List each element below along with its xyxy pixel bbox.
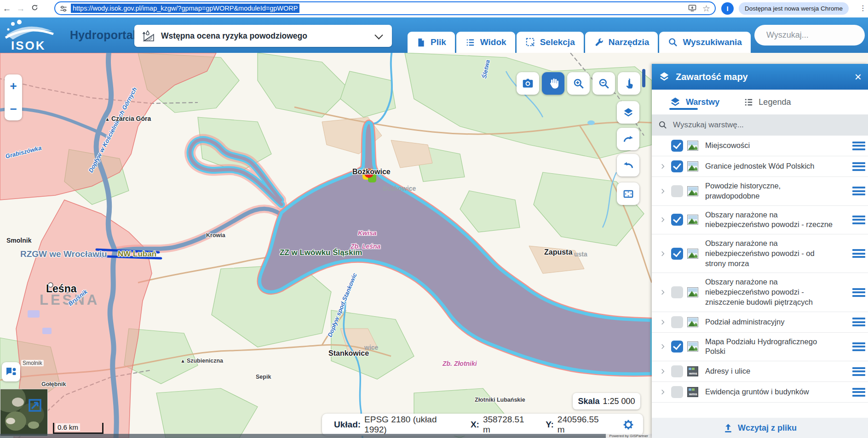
upload-icon — [723, 423, 733, 433]
layer-menu-icon[interactable] — [852, 248, 865, 260]
menu-widok[interactable]: Widok — [456, 32, 515, 53]
bookmark-star-icon[interactable]: ☆ — [702, 3, 710, 14]
chrome-update-pill[interactable]: Dostępna jest nowa wersja Chrome — [739, 2, 849, 15]
wrench-icon — [594, 37, 604, 47]
menu-narzędzia[interactable]: Narzędzia — [585, 32, 658, 53]
expand-chevron-icon[interactable] — [658, 319, 667, 325]
panel-header: Zawartość mapy × — [652, 64, 868, 90]
layers-button[interactable] — [617, 101, 639, 124]
layer-menu-icon[interactable] — [852, 185, 865, 197]
browser-menu-icon[interactable]: ⋮ — [859, 4, 867, 12]
url-text[interactable]: https://wody.isok.gov.pl/imap_kzgw/?gpma… — [71, 4, 299, 13]
layer-label[interactable]: Obszary narażone na niebezpieczeństwo po… — [705, 277, 837, 307]
layer-menu-icon[interactable] — [852, 316, 865, 328]
map-label-zapusta: Zapusta — [544, 248, 572, 256]
expand-chevron-icon[interactable] — [658, 289, 667, 296]
expand-chevron-icon[interactable] — [658, 163, 667, 170]
zoom-out-minus-button[interactable]: − — [10, 103, 17, 115]
tab-warstwy[interactable]: Warstwy — [669, 96, 719, 108]
menu-label: Wyszukiwania — [683, 37, 742, 47]
layer-label[interactable]: Granice jednostek Wód Polskich — [705, 161, 815, 171]
layer-label[interactable]: Podział administracyjny — [705, 317, 784, 327]
forward-icon[interactable]: → — [14, 4, 28, 14]
layer-menu-icon[interactable] — [852, 341, 865, 353]
layer-menu-icon[interactable] — [852, 386, 865, 398]
layer-checkbox[interactable] — [671, 214, 683, 226]
full-extent-button[interactable] — [617, 182, 639, 205]
map-label-kwisa: Kwisa — [358, 229, 376, 237]
layer-checkbox[interactable] — [671, 386, 683, 398]
scalebar-text: 0.6 km — [56, 423, 80, 431]
layer-label[interactable]: Ewidencja gruntów i budynków — [705, 387, 809, 397]
layer-checkbox[interactable] — [671, 286, 683, 298]
layer-search-input[interactable] — [672, 120, 826, 130]
layer-menu-icon[interactable] — [852, 365, 865, 377]
menu-selekcja[interactable]: Selekcja — [517, 32, 584, 53]
redo-button[interactable] — [617, 128, 639, 150]
map-label-nw-lubań: NW Lubań — [118, 250, 156, 259]
zoom-in-plus-button[interactable]: + — [10, 80, 17, 92]
layer-checkbox[interactable] — [671, 365, 683, 377]
layer-search-row — [652, 114, 868, 136]
layer-menu-icon[interactable] — [852, 214, 865, 226]
expand-chevron-icon[interactable] — [658, 216, 667, 223]
map-label-zz-w-lwówku-śląskim: ZZ w Lwówku Śląskim — [280, 248, 362, 257]
layer-checkbox[interactable] — [671, 185, 683, 197]
layer-label[interactable]: Miejscowości — [705, 141, 750, 151]
menu-label: Narzędzia — [609, 37, 650, 47]
coordinates-bar: Układ: EPSG 2180 (układ 1992) X: 358728.… — [322, 414, 643, 436]
pan-button[interactable] — [542, 72, 564, 95]
minimap-expand-icon[interactable] — [28, 398, 42, 412]
map-label-sepik: Sepik — [256, 374, 271, 380]
menu-plik[interactable]: Plik — [408, 32, 455, 53]
layer-checkbox[interactable] — [671, 248, 683, 260]
layer-checkbox[interactable] — [671, 160, 683, 172]
map-composition-select[interactable]: Wstępna ocena ryzyka powodziowego — [134, 25, 392, 47]
close-icon[interactable]: × — [855, 71, 862, 83]
layer-checkbox[interactable] — [671, 140, 683, 152]
layer-label[interactable]: Obszary narażone na niebezpieczeństwo po… — [705, 239, 837, 268]
tab-legenda[interactable]: Legenda — [743, 97, 791, 108]
expand-chevron-icon[interactable] — [658, 389, 667, 395]
panel-scrollbar-thumb[interactable] — [642, 69, 645, 87]
layer-menu-icon[interactable] — [852, 160, 865, 172]
layer-label[interactable]: Obszary narażone na niebezpieczeństwo po… — [705, 210, 837, 230]
overview-minimap[interactable] — [0, 389, 48, 436]
profile-avatar[interactable]: I — [721, 2, 734, 15]
scale-box: Skala 1:25 000 — [573, 393, 640, 410]
expand-chevron-icon[interactable] — [658, 250, 667, 257]
map-label-gołębnik: Gołębnik — [41, 381, 66, 387]
layer-label[interactable]: Adresy i ulice — [705, 366, 750, 376]
map-label-krowia: Krowia — [206, 232, 225, 239]
reload-icon[interactable] — [28, 4, 41, 14]
layer-row-adresy-i-ulice: wmsAdresy i ulice — [652, 361, 868, 382]
url-bar[interactable]: https://wody.isok.gov.pl/imap_kzgw/?gpma… — [54, 1, 716, 15]
screenshot-button[interactable] — [517, 72, 539, 95]
layer-checkbox[interactable] — [671, 316, 683, 328]
layer-checkbox[interactable] — [671, 341, 683, 353]
global-search-input[interactable] — [754, 25, 865, 46]
layer-label[interactable]: Mapa Podziału Hydrograficznego Polski — [705, 337, 837, 357]
basemap-switcher-button[interactable] — [2, 362, 20, 381]
layer-menu-icon[interactable] — [852, 140, 865, 152]
map-label-smolnik: Smolnik — [21, 360, 44, 366]
map-label-smolnik: Smolnik — [6, 237, 31, 244]
identify-button[interactable] — [618, 72, 640, 95]
menu-wyszukiwania[interactable]: Wyszukiwania — [659, 32, 750, 53]
coords-settings-gear-icon[interactable] — [620, 416, 637, 433]
expand-chevron-icon[interactable] — [658, 188, 667, 194]
map-label-bożkowice: Bożkowice — [352, 168, 391, 176]
load-from-file-button[interactable]: Wczytaj z pliku — [652, 418, 868, 438]
zoom-out-button[interactable] — [592, 72, 615, 95]
undo-button[interactable] — [617, 154, 639, 176]
expand-chevron-icon[interactable] — [658, 368, 667, 375]
site-settings-icon[interactable] — [59, 4, 68, 13]
layer-label[interactable]: Powodzie historyczne, prawdopodobne — [705, 181, 837, 201]
map-content-panel: Zawartość mapy × WarstwyLegenda Miejscow… — [652, 64, 868, 438]
y-value: 240596.55 m — [558, 415, 605, 435]
zoom-in-button[interactable] — [567, 72, 590, 95]
expand-chevron-icon[interactable] — [658, 343, 667, 350]
layer-menu-icon[interactable] — [852, 286, 865, 298]
install-app-icon[interactable] — [688, 4, 697, 13]
back-icon[interactable]: ← — [0, 4, 14, 14]
